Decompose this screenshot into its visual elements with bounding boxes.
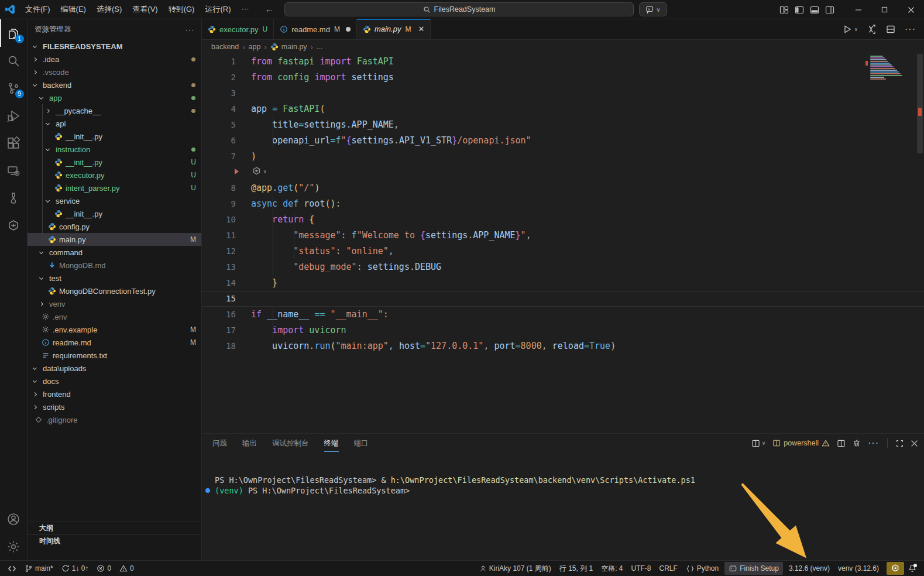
status-git-branch[interactable]: main* bbox=[20, 562, 57, 575]
run-file-icon[interactable] bbox=[867, 25, 877, 34]
close-button[interactable] bbox=[898, 0, 924, 19]
tree-item-instruction[interactable]: instruction bbox=[28, 143, 201, 156]
activitybar-run-debug[interactable] bbox=[0, 102, 28, 129]
tree-item-MongoDB.md[interactable]: MongoDB.md bbox=[28, 259, 201, 272]
close-panel-icon[interactable] bbox=[911, 440, 918, 447]
menu-e[interactable]: 编辑(E) bbox=[56, 2, 91, 17]
activitybar-explorer[interactable]: 1 bbox=[0, 19, 28, 47]
tree-item-executor.py[interactable]: executor.pyU bbox=[28, 169, 201, 181]
timeline-section[interactable]: 时间线 bbox=[28, 534, 201, 547]
more-icon[interactable]: ··· bbox=[868, 438, 879, 448]
status-notifications[interactable] bbox=[904, 562, 920, 575]
panel-tab-端口[interactable]: 端口 bbox=[354, 435, 369, 452]
tree-item-.idea[interactable]: .idea bbox=[28, 53, 201, 66]
tree-item-frontend[interactable]: frontend bbox=[28, 388, 201, 400]
tree-item-readme.md[interactable]: readme.mdM bbox=[28, 336, 201, 349]
toggle-panel-icon[interactable] bbox=[810, 5, 819, 15]
command-center-search[interactable]: FilesReadSysteam bbox=[284, 2, 634, 16]
tree-item-datauploads[interactable]: data\uploads bbox=[28, 362, 201, 375]
tree-item-docs[interactable]: docs bbox=[28, 375, 201, 388]
outline-section[interactable]: 大纲 bbox=[28, 522, 201, 534]
tree-item-venv[interactable]: venv bbox=[28, 297, 201, 310]
menu-f[interactable]: 文件(F) bbox=[20, 2, 56, 17]
explorer-more-actions-icon[interactable]: ··· bbox=[186, 26, 195, 34]
activitybar-source-control[interactable]: 9 bbox=[0, 74, 28, 102]
copilot-button[interactable]: ∨ bbox=[639, 2, 667, 16]
inline-ai-widget[interactable]: ∨ bbox=[252, 166, 266, 176]
status-encoding[interactable]: UTF-8 bbox=[627, 562, 655, 575]
status-cursor-position[interactable]: 行 15, 列 1 bbox=[555, 562, 597, 575]
tree-item-api[interactable]: api bbox=[28, 117, 201, 130]
tree-item-config.py[interactable]: config.py bbox=[28, 220, 201, 233]
breadcrumb-app[interactable]: app bbox=[249, 43, 261, 51]
panel-tab-终端[interactable]: 终端 bbox=[324, 435, 339, 452]
terminal-tab-powershell[interactable]: powershell bbox=[772, 439, 830, 447]
split-editor-icon[interactable] bbox=[886, 25, 895, 34]
menu-[interactable]: ··· bbox=[236, 2, 254, 17]
tree-item-intent_parser.py[interactable]: intent_parser.pyU bbox=[28, 181, 201, 194]
status-language[interactable]: Python bbox=[682, 562, 723, 575]
trash-icon[interactable] bbox=[853, 439, 861, 447]
tree-item-__pycache__[interactable]: __pycache__ bbox=[28, 104, 201, 117]
tree-item-test[interactable]: test bbox=[28, 272, 201, 284]
run-button[interactable]: ∨ bbox=[843, 25, 858, 34]
dirty-indicator[interactable] bbox=[346, 27, 351, 32]
close-tab-icon[interactable]: ✕ bbox=[418, 25, 424, 33]
status-eol[interactable]: CRLF bbox=[655, 562, 682, 575]
status-venv[interactable]: venv (3.12.6) bbox=[834, 562, 883, 575]
tree-item-__init__.py[interactable]: __init__.py bbox=[28, 207, 201, 220]
tree-item-app[interactable]: app bbox=[28, 91, 201, 104]
activitybar-extensions[interactable] bbox=[0, 129, 28, 157]
tab-main.py[interactable]: main.pyM✕ bbox=[357, 19, 431, 39]
breadcrumb-backend[interactable]: backend bbox=[211, 43, 239, 51]
tree-root[interactable]: FILESREADSYSTEAM bbox=[28, 40, 201, 53]
maximize-button[interactable] bbox=[871, 0, 898, 19]
tree-item-__init__.py[interactable]: __init__.pyU bbox=[28, 156, 201, 169]
status-git-sync[interactable]: 1↓ 0↑ bbox=[57, 562, 93, 575]
breadcrumb-[interactable]: ... bbox=[317, 43, 322, 51]
tree-item-main.py[interactable]: main.pyM bbox=[28, 233, 201, 246]
tree-item-.env.example[interactable]: .env.exampleM bbox=[28, 323, 201, 336]
status-codegeex-status[interactable] bbox=[887, 562, 904, 575]
status-blame[interactable]: KiriAky 107 (1 周前) bbox=[475, 562, 555, 575]
panel-tab-问题[interactable]: 问题 bbox=[212, 435, 227, 452]
editor-scrollbar[interactable] bbox=[916, 54, 924, 433]
nav-back-icon[interactable]: ← bbox=[265, 4, 274, 15]
tree-item-MongoDBConnectionTest.py[interactable]: MongoDBConnectionTest.py bbox=[28, 284, 201, 297]
maximize-panel-icon[interactable] bbox=[896, 440, 904, 447]
tree-item-command[interactable]: command bbox=[28, 246, 201, 259]
command-decoration-dot[interactable] bbox=[205, 488, 210, 493]
split-terminal-icon[interactable]: ∨ bbox=[751, 439, 766, 448]
status-python-version[interactable]: 3.12.6 (venv) bbox=[785, 562, 834, 575]
menu-g[interactable]: 转到(G) bbox=[163, 2, 200, 17]
panel-tab-输出[interactable]: 输出 bbox=[242, 435, 257, 452]
tree-item-backend[interactable]: backend bbox=[28, 78, 201, 91]
breadcrumb-mainpy[interactable]: main.py bbox=[270, 43, 307, 51]
status-finish-setup[interactable]: Finish Setup bbox=[724, 562, 783, 575]
menu-s[interactable]: 选择(S) bbox=[91, 2, 127, 17]
tree-item-service[interactable]: service bbox=[28, 194, 201, 207]
customize-layout-icon[interactable] bbox=[779, 5, 789, 15]
tree-item-.env[interactable]: .env bbox=[28, 310, 201, 323]
split-pane-icon[interactable] bbox=[837, 439, 846, 448]
panel-tab-调试控制台[interactable]: 调试控制台 bbox=[272, 435, 309, 452]
minimize-button[interactable] bbox=[845, 0, 871, 19]
activitybar-settings[interactable] bbox=[0, 533, 28, 560]
status-errors[interactable]: 0 bbox=[92, 562, 115, 575]
activitybar-remote-explorer[interactable] bbox=[0, 157, 28, 184]
toggle-sidebar-icon[interactable] bbox=[795, 5, 804, 15]
tree-item-requirements.txt[interactable]: requirements.txt bbox=[28, 349, 201, 362]
tree-item-__init__.py[interactable]: __init__.py bbox=[28, 130, 201, 143]
activitybar-testing[interactable] bbox=[0, 184, 28, 212]
editor-more-actions-icon[interactable]: ··· bbox=[905, 24, 916, 35]
terminal[interactable]: PS H:\OwnProject\FilesReadSysteam> & h:\… bbox=[202, 452, 924, 496]
activitybar-search[interactable] bbox=[0, 47, 28, 74]
menu-r[interactable]: 运行(R) bbox=[200, 2, 236, 17]
toggle-secondary-sidebar-icon[interactable] bbox=[825, 5, 834, 15]
tab-executor.py[interactable]: executor.pyU bbox=[202, 19, 274, 39]
status-indentation[interactable]: 空格: 4 bbox=[597, 562, 627, 575]
code-editor[interactable]: 1from fastapi import FastAPI2from config… bbox=[202, 54, 924, 433]
tree-item-.vscode[interactable]: .vscode bbox=[28, 66, 201, 78]
status-remote[interactable] bbox=[4, 562, 20, 575]
tree-item-scripts[interactable]: scripts bbox=[28, 400, 201, 413]
